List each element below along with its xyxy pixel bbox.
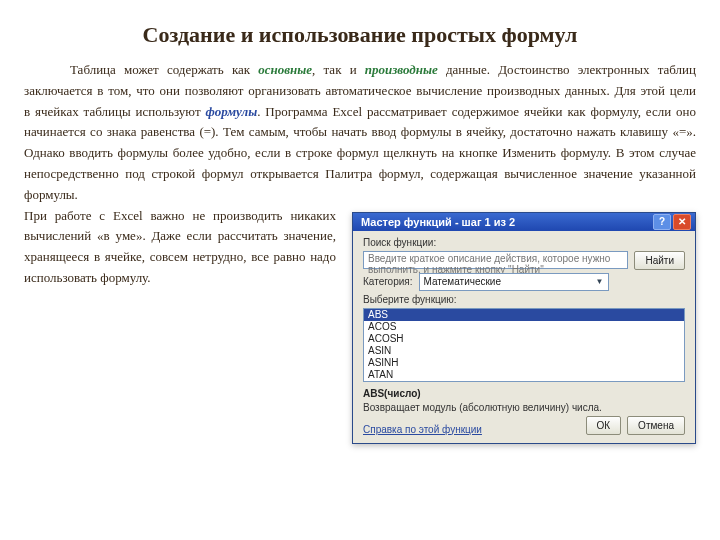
list-item[interactable]: ABS (364, 309, 684, 321)
select-function-label: Выберите функцию: (363, 294, 685, 305)
help-icon[interactable]: ? (653, 214, 671, 230)
function-listbox[interactable]: ABS ACOS ACOSH ASIN ASINH ATAN ATAN2 (363, 308, 685, 382)
function-signature: ABS(число) (363, 388, 685, 399)
dialog-screenshot: Мастер функций - шаг 1 из 2 ? ✕ Поиск фу… (352, 212, 696, 444)
main-paragraph: Таблица может содержать как основные, та… (0, 60, 720, 206)
list-item[interactable]: ASIN (364, 345, 684, 357)
em-proizvodnye: производные (365, 62, 438, 77)
list-item[interactable]: ACOSH (364, 333, 684, 345)
text: При работе с Excel важно не производить … (24, 208, 336, 285)
list-item[interactable]: ASINH (364, 357, 684, 369)
close-icon[interactable]: ✕ (673, 214, 691, 230)
ok-button[interactable]: ОК (586, 416, 622, 435)
search-input[interactable]: Введите краткое описание действия, котор… (363, 251, 628, 269)
text: Таблица может содержать как (70, 62, 258, 77)
text: , так и (312, 62, 365, 77)
cancel-button[interactable]: Отмена (627, 416, 685, 435)
help-link[interactable]: Справка по этой функции (363, 424, 482, 435)
dialog-title: Мастер функций - шаг 1 из 2 (361, 216, 515, 228)
search-label: Поиск функции: (363, 237, 685, 248)
find-button[interactable]: Найти (634, 251, 685, 270)
list-item[interactable]: ACOS (364, 321, 684, 333)
side-paragraph: При работе с Excel важно не производить … (0, 206, 336, 289)
list-item[interactable]: ATAN (364, 369, 684, 381)
category-select[interactable]: Математические ▼ (419, 273, 609, 291)
dialog-titlebar[interactable]: Мастер функций - шаг 1 из 2 ? ✕ (353, 213, 695, 231)
function-wizard-dialog: Мастер функций - шаг 1 из 2 ? ✕ Поиск фу… (352, 212, 696, 444)
chevron-down-icon: ▼ (596, 277, 604, 286)
function-description: Возвращает модуль (абсолютную величину) … (363, 402, 685, 413)
page-title: Создание и использование простых формул (0, 0, 720, 60)
category-value: Математические (424, 276, 502, 287)
category-label: Категория: (363, 276, 413, 287)
em-osnovnye: основные (258, 62, 312, 77)
list-item[interactable]: ATAN2 (364, 381, 684, 382)
em-formuly: формулы (206, 104, 258, 119)
